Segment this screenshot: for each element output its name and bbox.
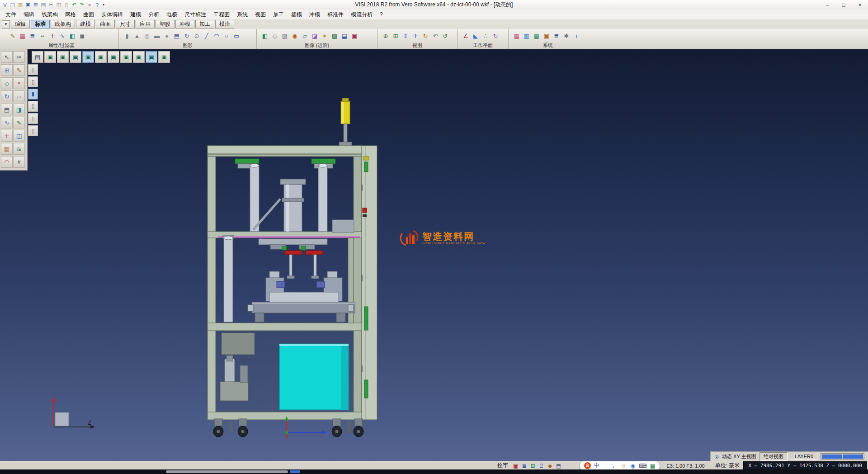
- graphics-tube-icon[interactable]: ◎: [142, 31, 151, 40]
- menu-flow-analysis[interactable]: 模流分析: [347, 10, 376, 19]
- section-view-icon[interactable]: ◪: [310, 31, 319, 40]
- pan-view-icon[interactable]: ✛: [411, 31, 420, 40]
- dimension-icon[interactable]: ⌖: [13, 77, 25, 89]
- mirror-icon[interactable]: ◫: [13, 130, 25, 142]
- color-attribute-icon[interactable]: ▦: [18, 31, 27, 40]
- tab-machining[interactable]: 加工: [195, 20, 214, 28]
- ime-keyboard-icon[interactable]: ⌨: [639, 462, 646, 469]
- layer-color-bars[interactable]: [821, 453, 864, 460]
- panel-toggle-icon[interactable]: ▯: [28, 76, 38, 87]
- paste-icon[interactable]: ▯: [63, 1, 70, 9]
- view-iso-ne-icon[interactable]: ▣: [133, 51, 145, 63]
- menu-solid-edit[interactable]: 实体编辑: [98, 10, 127, 19]
- layer-color-bar[interactable]: [843, 455, 863, 459]
- taskbar-item[interactable]: [166, 470, 288, 473]
- taskbar[interactable]: [0, 469, 868, 474]
- viewport-canvas[interactable]: Z Z 智造资料网 INTELLIGENT MANUFACTURING DATA…: [0, 49, 868, 461]
- menu-dimension[interactable]: 尺寸标注: [181, 10, 210, 19]
- surfaces-icon[interactable]: ◨: [13, 104, 25, 115]
- view-bottom-icon[interactable]: ▣: [120, 51, 132, 63]
- system-grid-icon[interactable]: ▦: [532, 31, 541, 40]
- lighting-icon[interactable]: ✶: [320, 31, 329, 40]
- tab-application[interactable]: 应用: [136, 20, 155, 28]
- ime-punct-icon[interactable]: ’: [603, 462, 609, 469]
- maximize-button[interactable]: □: [835, 0, 852, 9]
- tab-surface[interactable]: 曲面: [96, 20, 115, 28]
- sogou-logo-icon[interactable]: S: [584, 462, 591, 469]
- graphics-sphere-icon[interactable]: ●: [162, 31, 171, 40]
- status-3d-icon[interactable]: ⬒: [555, 462, 562, 469]
- background-icon[interactable]: ⬓: [340, 31, 349, 40]
- delete-icon[interactable]: ×: [86, 1, 93, 9]
- workplane-face-icon[interactable]: ◣: [471, 31, 480, 40]
- graphics-rect-icon[interactable]: ▭: [232, 31, 241, 40]
- info-point-icon[interactable]: ✛: [1, 130, 13, 142]
- panel-toggle-icon[interactable]: ▯: [28, 101, 38, 112]
- menu-view[interactable]: 视图: [251, 10, 269, 19]
- solids-icon[interactable]: ⬒: [1, 104, 13, 115]
- ime-mode-icon[interactable]: 中: [594, 462, 600, 469]
- tab-mold[interactable]: 塑膜: [156, 20, 175, 28]
- render-mode-icon[interactable]: ◉: [290, 31, 299, 40]
- graphics-cylinder-icon[interactable]: ▮: [123, 31, 132, 40]
- view-iso-se-icon[interactable]: ▣: [158, 51, 170, 63]
- print-icon[interactable]: ▤: [40, 1, 47, 9]
- transparency-icon[interactable]: ▱: [300, 31, 309, 40]
- viewport-layout-icon[interactable]: ▤: [32, 51, 43, 63]
- wireframe-mode-icon[interactable]: ◇: [270, 31, 279, 40]
- status-help-icon[interactable]: 2: [538, 462, 545, 469]
- menu-machining[interactable]: 加工: [269, 10, 288, 19]
- fillet-icon[interactable]: ◠: [1, 156, 13, 168]
- graphics-hole-icon[interactable]: ⊙: [192, 31, 201, 40]
- workplane-standard-icon[interactable]: ∠: [461, 31, 470, 40]
- open-document-icon[interactable]: ▥: [17, 1, 24, 9]
- system-info-icon[interactable]: i: [572, 31, 581, 40]
- tab-edit[interactable]: 编辑: [11, 20, 30, 28]
- workplane-3points-icon[interactable]: ∴: [481, 31, 490, 40]
- tab-wireframe[interactable]: 线架构: [51, 20, 75, 28]
- menu-help[interactable]: ?: [376, 10, 387, 19]
- taskbar-item[interactable]: [290, 470, 300, 473]
- status-layers-icon[interactable]: ≣: [520, 462, 528, 469]
- face-filter-icon[interactable]: ◧: [68, 31, 77, 40]
- graphics-arc-icon[interactable]: ◠: [212, 31, 221, 40]
- copy-icon[interactable]: ◫: [55, 1, 62, 9]
- graphics-revolve-icon[interactable]: ↻: [182, 31, 191, 40]
- rotate-view-icon[interactable]: ↻: [421, 31, 430, 40]
- graphics-block-icon[interactable]: ▬: [152, 31, 161, 40]
- absolute-view-selector[interactable]: 绝对视图: [760, 452, 788, 461]
- panel-toggle-icon[interactable]: ▯: [28, 113, 38, 124]
- tab-die[interactable]: 冲模: [175, 20, 194, 28]
- point-filter-icon[interactable]: ✛: [48, 31, 57, 40]
- system-layers-icon[interactable]: ≣: [552, 31, 561, 40]
- tabbar-dropdown-icon[interactable]: ▼: [2, 20, 10, 28]
- modify-icon[interactable]: ◇: [1, 77, 13, 89]
- hidden-line-mode-icon[interactable]: ▨: [280, 31, 289, 40]
- save-all-icon[interactable]: ⊞: [32, 1, 39, 9]
- shaded-mode-icon[interactable]: ◧: [260, 31, 269, 40]
- offset-icon[interactable]: ≋: [13, 143, 25, 155]
- menu-surface[interactable]: 曲面: [80, 10, 98, 19]
- select-icon[interactable]: ↖: [1, 51, 13, 63]
- tab-modeling[interactable]: 建模: [76, 20, 95, 28]
- materials-icon[interactable]: ▩: [330, 31, 339, 40]
- minimize-button[interactable]: –: [819, 0, 835, 9]
- menu-system[interactable]: 系统: [233, 10, 251, 19]
- menu-wireframe[interactable]: 线架构: [38, 10, 61, 19]
- qat-more-icon[interactable]: ▾: [101, 3, 106, 7]
- ime-mic-icon[interactable]: ◉: [630, 462, 636, 469]
- menu-modeling[interactable]: 建模: [127, 10, 145, 19]
- menu-mold[interactable]: 塑模: [288, 10, 306, 19]
- zoom-window-icon[interactable]: ⊞: [391, 31, 400, 40]
- view-left-icon[interactable]: ▣: [95, 51, 107, 63]
- panel-toggle-icon[interactable]: ▯: [28, 125, 38, 136]
- sketch-icon[interactable]: ✎: [13, 64, 25, 76]
- menu-die[interactable]: 冲模: [306, 10, 324, 19]
- panel-toggle-icon[interactable]: ▯: [28, 64, 38, 75]
- system-colors-icon[interactable]: ▦: [512, 31, 521, 40]
- system-options-icon[interactable]: ✱: [562, 31, 571, 40]
- array-icon[interactable]: ▦: [1, 143, 13, 155]
- close-button[interactable]: ×: [852, 0, 868, 9]
- view-right-icon[interactable]: ▣: [82, 51, 94, 63]
- erase-icon[interactable]: ▱: [13, 90, 25, 102]
